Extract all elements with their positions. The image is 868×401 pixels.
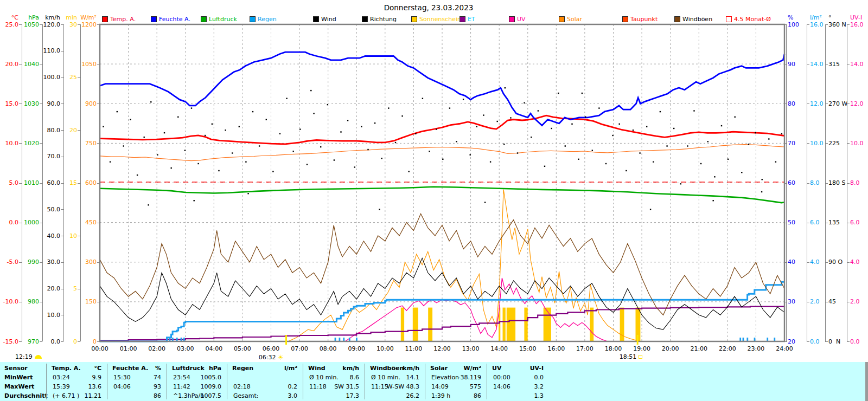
wind-direction-dot (755, 132, 756, 133)
wind-direction-dot (484, 202, 486, 203)
x-axis-tick-label: 05:00 (231, 345, 254, 352)
x-axis-tick-label: 14:00 (487, 345, 511, 352)
wind-direction-dot (558, 93, 559, 94)
wind-direction-dot (673, 128, 674, 129)
wind-direction-dot (347, 120, 348, 121)
wind-direction-dot (103, 126, 104, 127)
table-column-unit: hPa (167, 364, 221, 373)
x-axis-tick-label: 23:00 (744, 345, 768, 352)
wind-direction-dot (490, 161, 491, 163)
table-value: SW 31.5 (303, 383, 359, 391)
table-value: 74 (107, 373, 161, 382)
table-value: 0.2 (227, 383, 297, 391)
wind-direction-dot (388, 107, 389, 108)
wind-direction-dot (374, 122, 375, 124)
x-axis-tick-label: 19:00 (630, 345, 654, 352)
day-length-value: 12:19 (15, 353, 33, 360)
wind-direction-dot (218, 170, 219, 171)
wind-direction-dot (781, 133, 782, 134)
x-axis-tick-label: 01:00 (117, 345, 141, 352)
x-axis-tick-label: 07:00 (288, 345, 311, 352)
sunshine-bar (503, 308, 506, 341)
x-axis-tick-label: 02:00 (145, 345, 169, 352)
sunset-label: 18:51 (607, 353, 655, 360)
wind-direction-dot (310, 90, 311, 91)
wind-direction-dot (191, 107, 192, 108)
wind-direction-dot (531, 137, 532, 138)
table-column-unit: l/m² (227, 364, 297, 373)
x-axis-tick-label: 15:00 (516, 345, 540, 352)
wind-direction-dot (727, 159, 729, 160)
wind-direction-dot (619, 124, 620, 125)
wind-direction-dot (585, 117, 586, 118)
wind-direction-dot (680, 183, 681, 184)
wind-direction-dot (307, 164, 308, 165)
wind-direction-dot (137, 174, 138, 176)
wind-direction-dot (748, 144, 749, 145)
x-axis-tick-label: 09:00 (344, 345, 368, 352)
wind-direction-dot (422, 98, 423, 99)
wind-direction-dot (565, 145, 566, 146)
x-axis-tick-label: 13:00 (459, 345, 483, 352)
wind-direction-dot (266, 119, 267, 120)
scrollbar[interactable] (865, 362, 868, 401)
wind-direction-dot (633, 130, 634, 131)
wind-direction-dot (700, 163, 701, 164)
wind-direction-dot (687, 145, 688, 146)
wind-direction-dot (157, 154, 158, 156)
wind-direction-dot (693, 110, 694, 111)
table-value: 86 (425, 392, 481, 400)
wind-direction-dot (354, 166, 355, 167)
table-value: 26.2 (365, 392, 419, 400)
wind-direction-dot (313, 113, 314, 114)
table-value: 3.2 (487, 383, 544, 391)
table-value: 8.6 (303, 373, 359, 382)
sunset-time: 18:51 (620, 353, 637, 360)
wind-direction-dot (505, 87, 506, 88)
wind-direction-dot (272, 171, 273, 172)
wind-direction-dot (110, 161, 111, 163)
wind-direction-dot (735, 117, 736, 118)
wind-direction-dot (503, 144, 505, 145)
wind-direction-dot (605, 163, 607, 164)
table-column-unit: km/h (303, 364, 359, 373)
x-axis-tick-label: 20:00 (659, 345, 682, 352)
x-axis-tick-label: 11:00 (401, 345, 425, 352)
wind-direction-dot (148, 204, 149, 205)
wind-direction-dot (768, 138, 769, 139)
table-value: 93 (107, 383, 161, 391)
table-value: 1.3 (487, 392, 544, 400)
wind-direction-dot (762, 179, 763, 180)
sunshine-bar (524, 308, 527, 341)
solar-series (100, 190, 784, 341)
wind-direction-dot (117, 111, 118, 112)
wind-direction-dot (293, 151, 294, 152)
wind-direction-dot (524, 102, 525, 104)
sunshine-bar (401, 308, 404, 341)
wind-direction-dot (327, 104, 328, 105)
table-row-header: MinWert (4, 373, 33, 382)
sunset-marker (637, 335, 639, 345)
wind-direction-dot (449, 107, 450, 108)
wind-direction-dot (286, 98, 287, 99)
sunrise-label: 06:32☀ (247, 353, 296, 361)
x-axis-tick-label: 03:00 (174, 345, 197, 352)
wind-direction-dot (571, 124, 572, 125)
table-column-unit: % (107, 364, 161, 373)
x-axis-tick-label: 21:00 (687, 345, 711, 352)
day-length-label: 12:19 (15, 353, 42, 360)
x-axis-tick-label: 18:00 (602, 345, 626, 352)
wind-direction-dot (775, 161, 776, 163)
table-value: 1009.0 (167, 383, 221, 391)
wind-direction-dot (171, 167, 172, 169)
x-axis-tick-label: 22:00 (716, 345, 739, 352)
sunrise-marker (285, 335, 287, 345)
wind-direction-dot (463, 99, 464, 100)
wind-direction-dot (381, 158, 382, 159)
sunset-icon (639, 355, 642, 359)
wind-direction-dot (456, 141, 457, 142)
wind-direction-dot (320, 146, 321, 147)
wind-direction-dot (401, 115, 403, 117)
wind-direction-dot (367, 149, 368, 150)
table-value: 1005.0 (167, 373, 221, 382)
